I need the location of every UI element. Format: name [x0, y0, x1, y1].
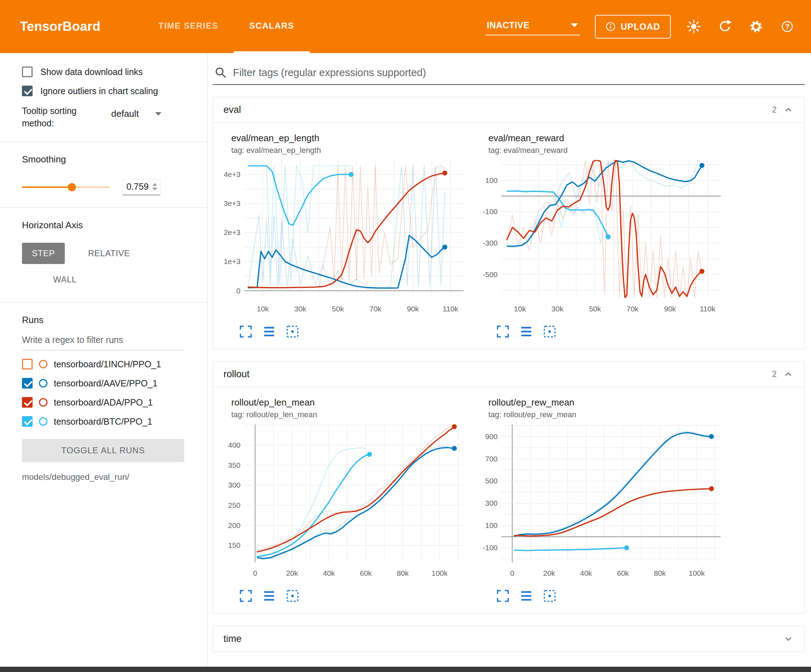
expand-chart-icon[interactable]	[496, 325, 510, 338]
eval-section-card: eval 2 eval/mean_ep_length tag: eval/mea…	[212, 97, 804, 349]
collapse-chevron-up-icon[interactable]	[783, 105, 794, 115]
run-color-swatch	[39, 379, 48, 388]
run-label: tensorboard/1INCH/PPO_1	[54, 359, 161, 369]
stepper-arrows	[152, 183, 157, 190]
tag-filter-bar	[212, 64, 804, 85]
chart-tag: tag: eval/mean_reward	[489, 146, 724, 155]
svg-text:40k: 40k	[323, 569, 335, 577]
runs-list-icon[interactable]	[263, 325, 276, 338]
expand-chart-icon[interactable]	[496, 589, 510, 603]
slider-knob[interactable]	[68, 183, 76, 191]
smoothing-slider[interactable]	[22, 186, 110, 188]
run-row-aave[interactable]: tensorboard/AAVE/PPO_1	[22, 378, 197, 389]
svg-text:-500: -500	[483, 270, 497, 279]
smoothing-value-input[interactable]: 0.759	[122, 179, 160, 195]
axis-relative-button[interactable]: RELATIVE	[78, 243, 140, 264]
svg-text:40k: 40k	[580, 569, 592, 577]
svg-text:50k: 50k	[332, 305, 344, 313]
svg-text:60k: 60k	[617, 569, 629, 577]
bottom-scrollbar[interactable]	[0, 667, 811, 672]
run-checkbox[interactable]	[22, 378, 32, 389]
svg-text:0: 0	[236, 287, 241, 295]
runs-filter-input[interactable]	[22, 330, 183, 350]
chart-tag: tag: eval/mean_ep_length	[231, 146, 467, 155]
step-up-icon[interactable]	[152, 183, 157, 186]
chart-tag: tag: rollout/ep_rew_mean	[489, 410, 724, 419]
fit-to-data-icon[interactable]	[286, 325, 299, 338]
slider-fill	[22, 186, 72, 188]
svg-text:100k: 100k	[432, 569, 448, 577]
runs-label: Runs	[22, 315, 197, 325]
axis-step-button[interactable]: STEP	[22, 243, 65, 264]
ignore-outliers-checkbox-row[interactable]: Ignore outliers in chart scaling	[22, 86, 197, 96]
line-chart[interactable]: 020k40k60k80k100k-100100300500700900	[476, 421, 724, 588]
rollout-section-header[interactable]: rollout 2	[213, 362, 804, 387]
status-dropdown[interactable]: INACTIVE	[485, 18, 580, 36]
run-checkbox[interactable]	[22, 359, 32, 369]
expand-chart-icon[interactable]	[239, 589, 253, 603]
svg-text:300: 300	[485, 499, 497, 507]
fit-to-data-icon[interactable]	[286, 589, 299, 603]
svg-text:0: 0	[510, 569, 514, 577]
checkbox[interactable]	[22, 66, 32, 77]
svg-text:100: 100	[485, 521, 497, 530]
svg-text:90k: 90k	[664, 305, 676, 313]
settings-gear-icon[interactable]	[748, 19, 764, 35]
tooltip-sorting-dropdown[interactable]: default	[111, 108, 161, 119]
help-icon[interactable]: ?	[779, 19, 796, 35]
svg-text:10k: 10k	[514, 305, 526, 313]
svg-text:900: 900	[485, 432, 497, 440]
collapse-chevron-up-icon[interactable]	[783, 369, 794, 380]
svg-text:20k: 20k	[543, 569, 555, 577]
upload-button[interactable]: UPLOAD	[595, 15, 671, 39]
tab-scalars[interactable]: SCALARS	[234, 0, 310, 53]
expand-chevron-down-icon[interactable]	[783, 633, 794, 644]
svg-text:110k: 110k	[443, 305, 458, 313]
tag-filter-input[interactable]	[233, 67, 803, 79]
run-checkbox[interactable]	[22, 397, 32, 408]
line-chart[interactable]: 10k30k50k70k90k110k-500-300-100100	[476, 157, 724, 323]
header-actions: INACTIVE UPLOAD	[485, 0, 796, 53]
checkbox[interactable]	[22, 86, 32, 96]
chevron-down-icon	[571, 24, 578, 27]
fit-to-data-icon[interactable]	[543, 325, 557, 338]
svg-text:100: 100	[485, 176, 497, 185]
checkbox-label: Show data download links	[41, 67, 143, 77]
expand-chart-icon[interactable]	[239, 325, 253, 338]
time-section-header[interactable]: time	[213, 626, 804, 652]
refresh-icon[interactable]	[717, 19, 733, 35]
line-chart[interactable]: 020k40k60k80k100k150200250300350400	[219, 421, 467, 588]
smoothing-label: Smoothing	[22, 154, 197, 165]
svg-text:20k: 20k	[286, 569, 298, 577]
show-download-links-checkbox-row[interactable]: Show data download links	[22, 66, 197, 77]
runs-list-icon[interactable]	[519, 589, 533, 603]
run-row-ada[interactable]: tensorboard/ADA/PPO_1	[22, 397, 197, 408]
line-chart[interactable]: 10k30k50k70k90k110k01e+32e+33e+34e+3	[219, 157, 467, 323]
fit-to-data-icon[interactable]	[543, 589, 557, 603]
run-row-1inch[interactable]: tensorboard/1INCH/PPO_1	[22, 359, 197, 369]
run-checkbox[interactable]	[22, 416, 32, 427]
chart-tag: tag: rollout/ep_len_mean	[231, 410, 467, 419]
chart-title: rollout/ep_len_mean	[231, 397, 467, 408]
step-down-icon[interactable]	[152, 188, 157, 190]
axis-wall-button[interactable]: WALL	[43, 269, 87, 290]
chart-title: rollout/ep_rew_mean	[489, 397, 724, 408]
eval-section-header[interactable]: eval 2	[213, 97, 804, 123]
rollout-section-card: rollout 2 rollout/ep_len_mean tag: rollo…	[212, 361, 804, 614]
svg-text:70k: 70k	[626, 305, 638, 313]
brightness-icon[interactable]	[685, 19, 702, 35]
section-chart-count: 2	[772, 369, 777, 379]
checkbox-label: Ignore outliers in chart scaling	[41, 86, 158, 96]
tooltip-sorting-label: Tooltip sorting method:	[22, 105, 105, 130]
chart-title: eval/mean_ep_length	[231, 133, 467, 144]
info-icon	[606, 22, 616, 32]
run-color-swatch	[39, 360, 48, 368]
tab-time-series[interactable]: TIME SERIES	[143, 0, 234, 53]
svg-text:300: 300	[228, 481, 241, 489]
run-row-btc[interactable]: tensorboard/BTC/PPO_1	[22, 416, 197, 427]
runs-list-icon[interactable]	[519, 325, 533, 338]
runs-list-icon[interactable]	[263, 589, 276, 603]
toggle-all-runs-button[interactable]: TOGGLE ALL RUNS	[22, 439, 184, 462]
chart-card-rollout-ep-len-mean: rollout/ep_len_mean tag: rollout/ep_len_…	[219, 397, 467, 603]
svg-text:30k: 30k	[294, 305, 306, 313]
